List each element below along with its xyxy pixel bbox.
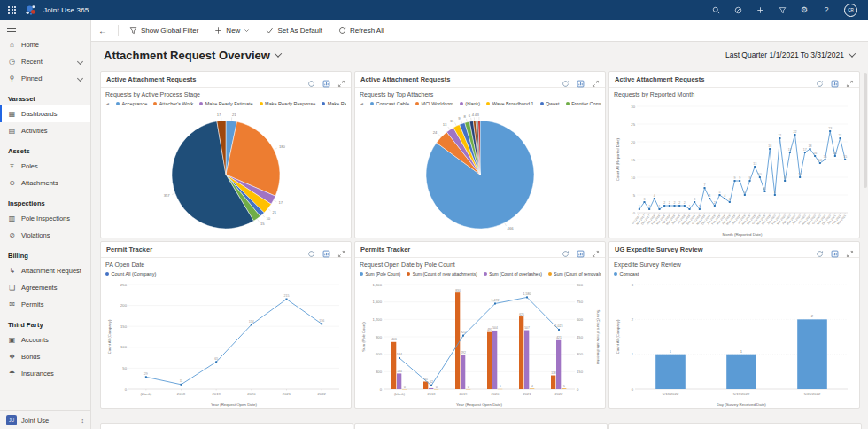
legend-item[interactable]: Wave Broadband 1	[486, 101, 533, 106]
vertical-scrollbar[interactable]	[864, 73, 867, 188]
expand-icon[interactable]	[846, 246, 854, 254]
dashboard-selector[interactable]: Attachment Request Overview	[104, 49, 281, 62]
sidebar-item-bonds[interactable]: ❖Bonds	[0, 348, 90, 365]
sidebar-item-recent[interactable]: ◷Recent	[0, 53, 90, 70]
sidebar-item-poles[interactable]: ŦPoles	[0, 158, 90, 175]
filter-icon	[129, 27, 137, 35]
legend-item[interactable]: Comcast Cable	[370, 101, 409, 106]
legend-item[interactable]: (blank)	[460, 101, 480, 106]
svg-text:15: 15	[260, 222, 265, 226]
help-icon[interactable]: ?	[822, 5, 831, 14]
svg-text:200: 200	[120, 303, 128, 308]
svg-text:421: 421	[556, 336, 562, 339]
expand-icon[interactable]	[337, 246, 345, 254]
svg-text:491: 491	[487, 328, 492, 332]
sidebar-item-dashboards[interactable]: ▦Dashboards	[0, 105, 90, 122]
chart-view-icon[interactable]	[831, 75, 839, 83]
sidebar-item-accounts[interactable]: ▣Accounts	[0, 332, 90, 348]
svg-text:9: 9	[734, 176, 736, 180]
svg-text:1: 1	[699, 205, 701, 208]
back-button[interactable]: ←	[90, 26, 115, 35]
refresh-icon[interactable]	[562, 75, 570, 83]
chart-view-icon[interactable]	[322, 75, 330, 83]
refresh-icon[interactable]	[816, 75, 824, 83]
app-title: Joint Use 365	[43, 6, 89, 14]
legend-item[interactable]: Sum (Count of removals)	[548, 271, 601, 277]
refresh-icon[interactable]	[307, 246, 315, 254]
legend-item[interactable]: Frontier Communications	[566, 101, 601, 106]
filter-icon[interactable]	[778, 5, 787, 14]
waffle-icon[interactable]	[8, 6, 16, 14]
new-button[interactable]: New	[206, 20, 258, 41]
sidebar-item-pinned[interactable]: ⚲Pinned	[0, 70, 90, 87]
hamburger-menu-icon[interactable]	[0, 20, 90, 36]
sidebar-item-home[interactable]: ⌂Home	[0, 36, 90, 53]
area-switcher[interactable]: JU Joint Use ↕	[0, 410, 90, 429]
legend-item[interactable]: Sum (Count of new attachments)	[407, 271, 477, 277]
legend-label: Comcast	[620, 271, 639, 277]
svg-text:625: 625	[519, 313, 524, 316]
expand-icon[interactable]	[592, 75, 600, 83]
chart-view-icon[interactable]	[831, 246, 839, 254]
sidebar-item-attachment-request[interactable]: ↳Attachment Request	[0, 262, 90, 279]
quick-create-icon[interactable]	[756, 5, 764, 14]
svg-text:9: 9	[739, 176, 740, 180]
sidebar-item-activities[interactable]: ▤Activities	[0, 122, 90, 139]
date-range-filter[interactable]: Last Quarter 1/1/2021 To 3/31/2021	[725, 51, 855, 59]
chart-view-icon[interactable]	[577, 246, 585, 254]
legend-item[interactable]: Sum (Pole Count)	[360, 271, 400, 277]
legend-item[interactable]: Make Ready Estimate	[199, 101, 252, 106]
sidebar-item-pole-inspections[interactable]: ▥Pole Inspections	[0, 210, 90, 227]
legend-dot	[566, 102, 570, 105]
quick-actions-icon[interactable]	[733, 5, 742, 14]
legend-item[interactable]: Attacher's Work	[153, 101, 193, 106]
legend-item[interactable]: Sum (Count of overlashes)	[484, 271, 542, 277]
activities-icon: ▤	[8, 127, 16, 135]
legend-item[interactable]: Qwest	[540, 101, 560, 106]
svg-text:1,200: 1,200	[373, 317, 383, 322]
pole-inspections-icon: ▥	[8, 214, 16, 222]
svg-text:15: 15	[843, 155, 847, 159]
set-as-default-button[interactable]: Set As Default	[258, 20, 330, 41]
legend-scroll-icon[interactable]: ◄	[105, 101, 110, 106]
legend-item[interactable]: Make Ready Response	[260, 101, 316, 106]
svg-text:Year (Request Open Date): Year (Request Open Date)	[456, 402, 502, 407]
svg-text:5: 5	[719, 191, 721, 194]
settings-icon[interactable]: ⚙	[800, 5, 809, 14]
sidebar-item-agreements[interactable]: ❏Agreements	[0, 279, 90, 296]
chart-view-icon[interactable]	[322, 246, 330, 254]
legend-item[interactable]: MCI Worldcom	[415, 101, 453, 106]
svg-text:8: 8	[464, 114, 467, 119]
search-icon[interactable]	[711, 5, 720, 14]
legend-item[interactable]: Comcast	[614, 271, 639, 277]
legend-dot	[460, 102, 463, 105]
sidebar-item-permits[interactable]: ✉Permits	[0, 296, 90, 313]
dashboard-tile-stub	[354, 423, 608, 429]
legend-item[interactable]: Count All (Company)	[105, 271, 156, 277]
sidebar-item-insurances[interactable]: ☂Insurances	[0, 365, 90, 382]
expand-icon[interactable]	[846, 75, 854, 83]
svg-text:22: 22	[794, 130, 797, 134]
svg-text:900: 900	[577, 283, 584, 287]
expand-icon[interactable]	[337, 75, 345, 83]
refresh-icon[interactable]	[307, 75, 315, 83]
legend-item[interactable]: Make Ready Work	[322, 101, 346, 106]
sidebar-item-attachments[interactable]: ⊙Attachments	[0, 175, 90, 191]
legend-scroll-icon[interactable]: ◄	[360, 101, 364, 106]
user-avatar[interactable]: CR	[844, 4, 857, 17]
refresh-all-button[interactable]: Refresh All	[330, 20, 392, 41]
chart-legend: ◄Comcast CableMCI Worldcom(blank)Wave Br…	[360, 99, 601, 107]
legend-label: (blank)	[465, 101, 480, 106]
svg-text:2021: 2021	[523, 392, 532, 396]
sidebar-item-violations[interactable]: ⊘Violations	[0, 227, 90, 244]
legend-dot	[548, 272, 552, 276]
refresh-icon[interactable]	[562, 246, 570, 254]
chart-view-icon[interactable]	[577, 75, 585, 83]
check-icon	[266, 27, 274, 35]
refresh-icon[interactable]	[816, 246, 824, 254]
legend-item[interactable]: Acceptance	[116, 101, 147, 106]
show-global-filter-button[interactable]: Show Global Filter	[121, 20, 206, 41]
dashboard-tile-stub	[608, 423, 862, 429]
expand-icon[interactable]	[592, 246, 600, 254]
svg-text:11: 11	[180, 379, 183, 383]
